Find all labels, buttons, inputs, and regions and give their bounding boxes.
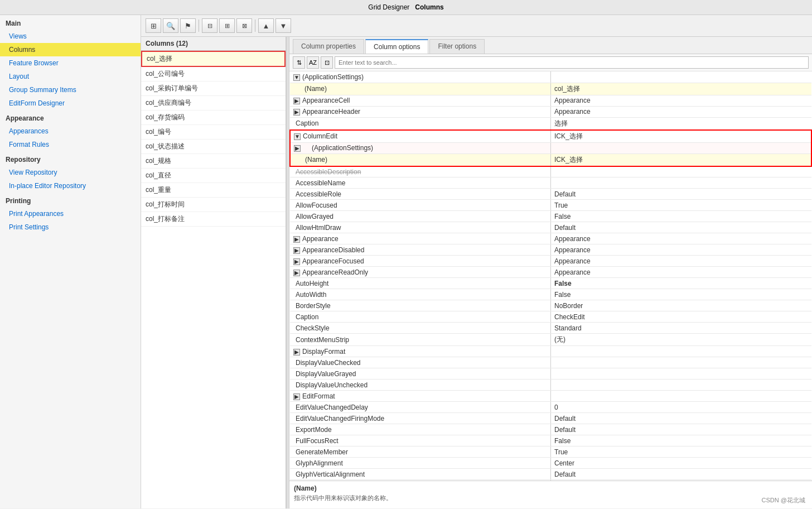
sidebar-item-views[interactable]: Views — [0, 30, 141, 43]
column-item-col_chkno[interactable]: col_存货编码 — [141, 111, 286, 125]
prop-row-appearance[interactable]: ▶AppearanceAppearance — [290, 233, 811, 244]
prop-row-glyph-alignment[interactable]: GlyphAlignmentCenter — [290, 458, 811, 469]
prop-row-display-value-checked[interactable]: DisplayValueChecked — [290, 357, 811, 368]
column-item-col_dsbzj[interactable]: col_打标备注 — [141, 212, 286, 227]
description-title: (Name) — [294, 484, 808, 492]
column-item-col_gsno[interactable]: col_公司编号 — [141, 67, 286, 81]
column-item-col_bh[interactable]: col_编号 — [141, 125, 286, 140]
prop-row-allow-grayed[interactable]: AllowGrayedFalse — [290, 211, 811, 222]
prop-row-auto-width[interactable]: AutoWidthFalse — [290, 289, 811, 300]
sidebar-item-appearances[interactable]: Appearances — [0, 124, 141, 138]
prop-row-appearance-header[interactable]: ▶AppearanceHeaderAppearance — [290, 106, 811, 117]
panels: Columns (12) col_选择col_公司编号col_采购订单编号col… — [141, 37, 812, 508]
sidebar-item-print-appearances[interactable]: Print Appearances — [0, 207, 141, 220]
prop-row-edit-value-changed-firing[interactable]: EditValueChangedFiringModeDefault — [290, 413, 811, 424]
prop-row-allow-html-draw[interactable]: AllowHtmlDrawDefault — [290, 222, 811, 233]
prop-value-appearance-cell: Appearance — [551, 95, 812, 106]
expand-icon-display-format[interactable]: ▶ — [293, 349, 300, 356]
column-list[interactable]: col_选择col_公司编号col_采购订单编号col_供应商编号col_存货编… — [141, 51, 286, 508]
column-item-col_gg[interactable]: col_规格 — [141, 154, 286, 169]
prop-row-full-focus-rect[interactable]: FullFocusRectFalse — [290, 435, 811, 446]
split-v-btn[interactable]: ⊞ — [219, 18, 235, 33]
prop-row-generate-member[interactable]: GenerateMemberTrue — [290, 446, 811, 458]
sidebar-item-feature-browser[interactable]: Feature Browser — [0, 56, 141, 70]
prop-row-accessible-desc[interactable]: AccessibleDescription — [290, 166, 811, 177]
column-item-col_jj[interactable]: col_直径 — [141, 169, 286, 183]
grid-icon-btn[interactable]: ⊞ — [146, 18, 161, 33]
prop-row-allow-focused[interactable]: AllowFocusedTrue — [290, 200, 811, 211]
tab-column-options[interactable]: Column options — [365, 39, 428, 54]
sidebar-item-layout[interactable]: Layout — [0, 70, 141, 83]
prop-row-display-value-unchecked[interactable]: DisplayValueUnchecked — [290, 380, 811, 391]
sidebar-item-group-summary-items[interactable]: Group Summary Items — [0, 83, 141, 97]
down-btn[interactable]: ▼ — [276, 18, 291, 33]
up-btn[interactable]: ▲ — [258, 18, 274, 33]
prop-name-appearance-focused: AppearanceFocused — [302, 257, 364, 265]
props-search-input[interactable] — [335, 56, 809, 69]
prop-row-context-menu[interactable]: ContextMenuStrip(无) — [290, 334, 811, 346]
prop-row-accessible-name[interactable]: AccessibleName — [290, 177, 811, 189]
sidebar-item-columns[interactable]: Columns — [0, 43, 141, 56]
expand-icon-appearance-header[interactable]: ▶ — [293, 109, 300, 116]
sidebar-item-editform-designer[interactable]: EditForm Designer — [0, 97, 141, 110]
prop-row-export-mode[interactable]: ExportModeDefault — [290, 424, 811, 435]
prop-name-display-format: DisplayFormat — [302, 348, 345, 356]
prop-row-appearance-cell[interactable]: ▶AppearanceCellAppearance — [290, 95, 811, 106]
expand-icon-appearance-disabled[interactable]: ▶ — [293, 247, 300, 254]
prop-row-name-sub-row[interactable]: (Name)ICK_选择 — [290, 153, 811, 166]
sidebar-item-view-repository[interactable]: View Repository — [0, 166, 141, 179]
expand-icon-column-edit-group[interactable]: ▼ — [294, 133, 301, 140]
tab-filter-options[interactable]: Filter options — [429, 39, 485, 54]
prop-row-app-settings-sub[interactable]: ▶(ApplicationSettings) — [290, 142, 811, 153]
prop-row-edit-value-changed-delay[interactable]: EditValueChangedDelay0 — [290, 402, 811, 413]
tab-column-properties[interactable]: Column properties — [293, 39, 364, 54]
content-area: ⊞ 🔍 ⚑ ⊟ ⊞ ⊠ ▲ ▼ Columns (12) col_选择col_公… — [141, 15, 812, 508]
prop-row-accessible-role[interactable]: AccessibleRoleDefault — [290, 189, 811, 200]
prop-row-caption2[interactable]: CaptionCheckEdit — [290, 311, 811, 323]
expand-icon-edit-format[interactable]: ▶ — [293, 393, 300, 400]
sidebar-item-print-settings[interactable]: Print Settings — [0, 220, 141, 234]
prop-row-column-edit-group[interactable]: ▼ColumnEditICK_选择 — [290, 130, 811, 143]
prop-row-appearance-readonly[interactable]: ▶AppearanceReadOnlyAppearance — [290, 267, 811, 278]
expand-icon-app-settings-sub[interactable]: ▶ — [294, 145, 301, 152]
prop-row-check-style[interactable]: CheckStyleStandard — [290, 323, 811, 334]
props-view-btn[interactable]: ⊡ — [321, 56, 333, 69]
expand-icon-appearance-focused[interactable]: ▶ — [293, 258, 300, 265]
prop-row-caption-row[interactable]: Caption选择 — [290, 117, 811, 130]
merge-btn[interactable]: ⊠ — [236, 18, 252, 33]
sidebar-item-inplace-editor-repository[interactable]: In-place Editor Repository — [0, 179, 141, 193]
flag-toolbar-btn[interactable]: ⚑ — [180, 18, 196, 33]
expand-icon-appearance-readonly[interactable]: ▶ — [293, 270, 300, 276]
description-panel: (Name) 指示代码中用来标识该对象的名称。 — [289, 481, 812, 508]
column-item-col_ztms[interactable]: col_状态描述 — [141, 140, 286, 154]
column-item-col_xuanze[interactable]: col_选择 — [141, 51, 286, 67]
prop-row-name-row[interactable]: (Name)col_选择 — [290, 83, 811, 95]
prop-row-display-value-grayed[interactable]: DisplayValueGrayed — [290, 368, 811, 380]
prop-row-appearance-focused[interactable]: ▶AppearanceFocusedAppearance — [290, 256, 811, 267]
prop-row-app-settings-group[interactable]: ▼(ApplicationSettings) — [290, 71, 811, 83]
column-item-col_zl[interactable]: col_重量 — [141, 183, 286, 198]
prop-row-auto-height[interactable]: AutoHeightFalse — [290, 278, 811, 289]
prop-value-app-settings-group — [551, 71, 812, 83]
expand-icon-app-settings-group[interactable]: ▼ — [293, 74, 300, 81]
prop-row-glyph-vertical-alignment[interactable]: GlyphVerticalAlignmentDefault — [290, 469, 811, 480]
prop-row-appearance-disabled[interactable]: ▶AppearanceDisabledAppearance — [290, 244, 811, 256]
props-sort-alpha-btn[interactable]: ⇅ — [293, 56, 305, 69]
prop-name-glyph-vertical-alignment: GlyphVerticalAlignment — [293, 470, 365, 478]
column-item-col_cgddno[interactable]: col_采购订单编号 — [141, 81, 286, 96]
search-toolbar-btn[interactable]: 🔍 — [163, 18, 178, 33]
column-item-col_gysno[interactable]: col_供应商编号 — [141, 96, 286, 111]
prop-row-edit-format[interactable]: ▶EditFormat — [290, 391, 811, 402]
prop-value-appearance-disabled: Appearance — [551, 244, 812, 256]
prop-name-app-settings-group: (ApplicationSettings) — [302, 73, 364, 81]
prop-row-display-format[interactable]: ▶DisplayFormat — [290, 346, 811, 357]
sidebar-section-appearance: Appearance — [0, 110, 141, 124]
expand-icon-appearance-cell[interactable]: ▶ — [293, 98, 300, 104]
props-sort-cat-btn[interactable]: AZ — [307, 56, 319, 69]
column-item-col_dsbsj[interactable]: col_打标时间 — [141, 198, 286, 212]
sidebar-item-format-rules[interactable]: Format Rules — [0, 138, 141, 151]
expand-icon-appearance[interactable]: ▶ — [293, 236, 300, 243]
prop-value-accessible-role: Default — [554, 190, 576, 198]
prop-row-border-style[interactable]: BorderStyleNoBorder — [290, 300, 811, 311]
split-h-btn[interactable]: ⊟ — [202, 18, 218, 33]
